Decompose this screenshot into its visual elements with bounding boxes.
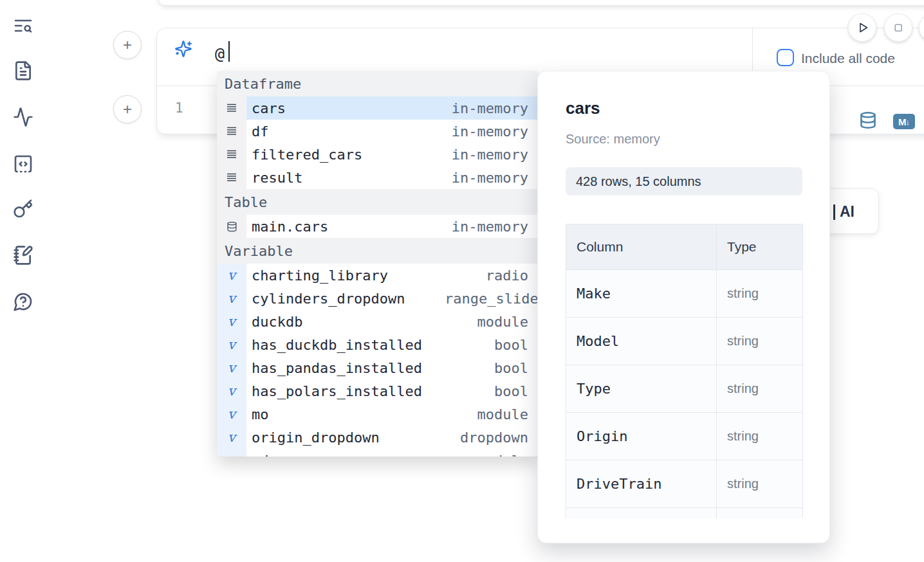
key-icon[interactable] <box>13 199 33 219</box>
variable-icon: v <box>217 379 246 403</box>
autocomplete-item-has-polars-installed[interactable]: v has_polars_installedbool <box>217 379 539 403</box>
autocomplete-item-cylinders-dropdown[interactable]: v cylinders_dropdownrange_slider <box>217 287 539 310</box>
autocomplete-item-filtered-cars[interactable]: filtered_carsin-memory <box>217 143 539 166</box>
text-search-icon[interactable] <box>13 15 33 36</box>
autocomplete-item-pd[interactable]: v pdmodule <box>217 449 539 457</box>
ai-card-label: AI <box>840 203 855 221</box>
clipped-letter <box>833 204 835 220</box>
table-row: Model string <box>566 318 803 365</box>
autocomplete-item-main-cars[interactable]: main.carsin-memory <box>217 215 539 238</box>
autocomplete-item-result[interactable]: resultin-memory <box>217 166 539 189</box>
preview-source: Source: memory <box>566 132 660 147</box>
variable-icon: v <box>217 310 246 333</box>
play-icon <box>855 20 870 35</box>
column-header: Column <box>566 224 717 269</box>
type-header: Type <box>717 224 802 269</box>
rows-icon <box>217 120 246 143</box>
markdown-export-icon[interactable]: M↓ <box>893 114 915 129</box>
table-row: Make string <box>566 270 803 318</box>
section-header-table: Table <box>217 189 539 215</box>
table-row: DriveTrain string <box>566 460 803 508</box>
stop-cell-button[interactable] <box>884 14 912 42</box>
plus-icon: + <box>123 36 132 54</box>
rows-icon <box>217 166 246 189</box>
autocomplete-item-charting-library[interactable]: v charting_libraryradio <box>217 264 539 287</box>
variable-icon: v <box>217 356 246 379</box>
section-header-variable: Variable <box>217 238 539 264</box>
variable-icon: v <box>217 426 246 449</box>
autocomplete-menu: Dataframe carsin-memory dfin-memory filt… <box>217 71 539 457</box>
plus-icon: + <box>123 100 132 118</box>
file-text-icon[interactable] <box>13 60 33 81</box>
database-icon <box>217 215 246 238</box>
include-all-code-label: Include all code <box>801 51 895 66</box>
add-cell-above-button[interactable]: + <box>113 31 142 59</box>
code-square-icon[interactable] <box>13 154 33 174</box>
autocomplete-item-cars[interactable]: carsin-memory <box>217 96 539 120</box>
run-cell-button[interactable] <box>848 14 876 42</box>
table-row: Origin string <box>566 413 803 460</box>
table-row-partial <box>566 508 803 518</box>
sparkles-icon <box>174 40 192 58</box>
variable-icon: v <box>217 264 246 287</box>
variable-icon: v <box>217 333 246 356</box>
autocomplete-item-df[interactable]: dfin-memory <box>217 120 539 143</box>
autocomplete-item-duckdb[interactable]: v duckdbmodule <box>217 310 539 333</box>
add-cell-below-button[interactable]: + <box>113 95 142 123</box>
variable-icon: v <box>217 403 246 426</box>
ai-prompt-input[interactable]: @ <box>215 44 225 63</box>
variable-icon: v <box>217 287 246 310</box>
autocomplete-item-has-duckdb-installed[interactable]: v has_duckdb_installedbool <box>217 333 539 356</box>
autocomplete-item-mo[interactable]: v momodule <box>217 403 539 426</box>
section-header-dataframe: Dataframe <box>217 71 539 96</box>
database-icon[interactable] <box>859 111 877 129</box>
rows-icon <box>217 143 246 166</box>
include-all-code-checkbox[interactable] <box>777 49 794 66</box>
notebook-pen-icon[interactable] <box>13 245 33 266</box>
line-number: 1 <box>175 100 183 116</box>
rows-icon <box>217 96 246 120</box>
previous-cell-fragment <box>158 0 924 6</box>
schema-table: Column Type Make string Model string Typ… <box>566 224 803 518</box>
dataframe-preview-panel: cars Source: memory 428 rows, 15 columns… <box>537 71 830 543</box>
activity-icon[interactable] <box>13 107 33 127</box>
table-row: Type string <box>566 365 803 413</box>
text-cursor <box>228 41 230 62</box>
variable-icon: v <box>217 449 246 457</box>
autocomplete-item-origin-dropdown[interactable]: v origin_dropdowndropdown <box>217 426 539 449</box>
schema-table-header: Column Type <box>566 224 803 270</box>
preview-title: cars <box>566 98 600 118</box>
stop-icon <box>891 20 906 35</box>
autocomplete-item-has-pandas-installed[interactable]: v has_pandas_installedbool <box>217 356 539 379</box>
help-chat-icon[interactable] <box>13 291 33 312</box>
preview-summary-badge: 428 rows, 15 columns <box>566 167 802 195</box>
